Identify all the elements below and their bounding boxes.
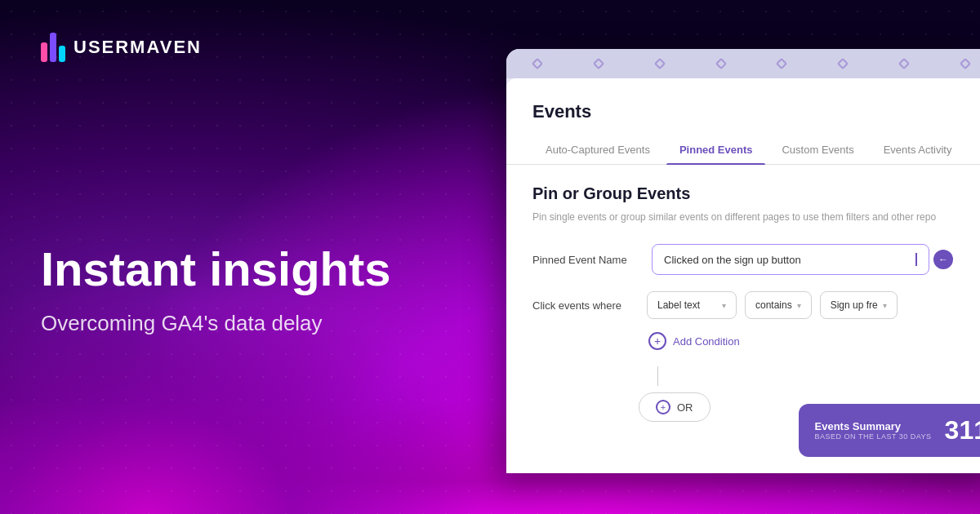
condition-value-text: Sign up fre bbox=[831, 299, 878, 311]
panel-dot-8 bbox=[960, 58, 971, 69]
condition-field-select[interactable]: Label text ▾ bbox=[647, 291, 737, 319]
hero-content: Instant insights Overcoming GA4's data d… bbox=[41, 0, 490, 514]
tab-pinned-events[interactable]: Pinned Events bbox=[666, 135, 766, 164]
panel-dot-4 bbox=[715, 58, 727, 69]
text-cursor bbox=[915, 253, 917, 266]
condition-field-value: Label text bbox=[657, 299, 700, 311]
tab-custom-events[interactable]: Custom Events bbox=[768, 135, 866, 164]
panel-top-bar bbox=[506, 49, 980, 78]
section-title: Pin or Group Events bbox=[532, 184, 970, 203]
or-button[interactable]: + OR bbox=[639, 392, 710, 422]
click-events-label: Click events where bbox=[532, 299, 639, 312]
tab-events-activity[interactable]: Events Activity bbox=[871, 135, 965, 164]
events-summary-card: Events Summary BASED ON THE LAST 30 DAYS… bbox=[799, 404, 980, 457]
hero-headline: Instant insights bbox=[41, 243, 490, 295]
section-description: Pin single events or group similar event… bbox=[532, 210, 970, 224]
pinned-event-name-row: Pinned Event Name Clicked on the sign up… bbox=[532, 244, 970, 275]
panel-dot-7 bbox=[898, 58, 910, 69]
summary-number: 311 bbox=[945, 415, 980, 445]
pinned-event-label: Pinned Event Name bbox=[532, 254, 639, 266]
summary-subtitle: BASED ON THE LAST 30 DAYS bbox=[815, 432, 932, 441]
condition-operator-value: contains bbox=[755, 299, 792, 311]
submit-arrow[interactable]: ← bbox=[933, 250, 953, 269]
connector-line bbox=[657, 366, 658, 386]
panel-dot-6 bbox=[837, 58, 849, 69]
add-condition-label: Add Condition bbox=[673, 335, 740, 348]
summary-title: Events Summary bbox=[815, 420, 932, 432]
condition-operator-select[interactable]: contains ▾ bbox=[745, 291, 812, 319]
condition-value-select[interactable]: Sign up fre ▾ bbox=[820, 291, 898, 319]
pinned-event-input[interactable]: Clicked on the sign up button ← bbox=[652, 244, 929, 275]
hero-subheadline: Overcoming GA4's data delay bbox=[41, 311, 490, 336]
page-title: Events bbox=[506, 78, 980, 135]
inner-card: Events Auto-Captured Events Pinned Event… bbox=[506, 78, 980, 473]
panel-decorations bbox=[519, 60, 980, 68]
tab-auto-captured[interactable]: Auto-Captured Events bbox=[532, 135, 663, 164]
plus-or-icon: + bbox=[656, 400, 670, 414]
panel-dot-5 bbox=[776, 58, 787, 69]
panel-dot-2 bbox=[593, 58, 604, 69]
chevron-down-icon-2: ▾ bbox=[797, 301, 801, 310]
ui-panel: Events Auto-Captured Events Pinned Event… bbox=[506, 49, 980, 473]
summary-text: Events Summary BASED ON THE LAST 30 DAYS bbox=[815, 420, 932, 441]
tabs-container: Auto-Captured Events Pinned Events Custo… bbox=[506, 135, 980, 165]
section-content: Pin or Group Events Pin single events or… bbox=[506, 165, 980, 441]
pinned-event-value: Clicked on the sign up button bbox=[664, 254, 801, 266]
plus-circle-icon: + bbox=[648, 332, 666, 350]
click-events-row: Click events where Label text ▾ contains… bbox=[532, 291, 970, 319]
chevron-down-icon-3: ▾ bbox=[883, 301, 887, 310]
add-condition-button[interactable]: + Add Condition bbox=[648, 332, 970, 350]
or-label: OR bbox=[677, 401, 693, 414]
panel-dot-3 bbox=[654, 58, 666, 69]
panel-dot-1 bbox=[532, 58, 543, 69]
chevron-down-icon: ▾ bbox=[722, 301, 726, 310]
